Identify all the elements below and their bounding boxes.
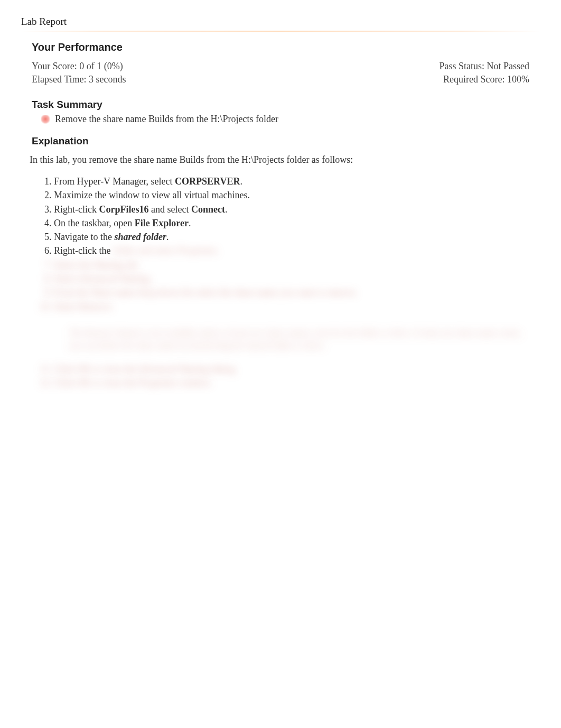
content-area: Your Performance Your Score: 0 of 1 (0%)… [21,41,540,389]
steps-list: From Hyper-V Manager, select CORPSERVER.… [54,175,529,313]
step-text: From Hyper-V Manager, select [54,176,175,187]
performance-block: Your Score: 0 of 1 (0%) Pass Status: Not… [32,61,529,85]
step-4: On the taskbar, open File Explorer. [54,217,529,229]
step-suffix: . [189,218,191,228]
explanation-intro: In this lab, you remove the share name B… [30,154,529,165]
step-bolditalic: shared folder [114,232,166,242]
elapsed-time-label: Elapsed Time: 3 seconds [32,74,126,85]
step-text: Navigate to the [54,232,114,242]
score-label: Your Score: 0 of 1 (0%) [32,61,123,72]
page-title: Lab Report [21,16,540,27]
step-7-blurred: Select the Sharing tab. [54,259,529,271]
step-3: Right-click CorpFiles16 and select Conne… [54,203,529,216]
task-text: Remove the share name Builds from the H:… [55,114,278,125]
step-bold: CorpFiles16 [99,204,148,215]
step-suffix: . [240,176,242,187]
step-10-blurred: Select Remove. [54,300,529,313]
step-bold: File Explorer [135,218,189,228]
required-score-label: Required Score: 100% [443,74,529,85]
note-blurred: The Remove button is not available unles… [69,324,529,355]
step-text: On the taskbar, open [54,218,135,228]
divider [21,31,540,32]
blurred-text: folder and select Properties. [113,245,219,256]
lab-report-page: Lab Report Your Performance Your Score: … [0,0,561,411]
step-mid: and select [148,204,191,215]
perf-row-1: Your Score: 0 of 1 (0%) Pass Status: Not… [32,61,529,72]
step-8-blurred: Select Advanced Sharing. [54,272,529,285]
step-bold2: Connect [191,204,225,215]
fail-status-icon [41,115,50,124]
step-12-blurred: Click OK to close the Properties window. [54,376,529,389]
task-item: Remove the share name Builds from the H:… [32,114,529,125]
step-6: Right-click the folder and select Proper… [54,244,529,257]
performance-heading: Your Performance [32,41,529,53]
steps-list-2: Click OK to close the Advanced Sharing d… [54,363,529,390]
explanation-heading: Explanation [32,135,529,147]
step-1: From Hyper-V Manager, select CORPSERVER. [54,175,529,188]
step-text: Maximize the window to view all virtual … [54,190,250,200]
perf-row-2: Elapsed Time: 3 seconds Required Score: … [32,74,529,85]
task-summary-heading: Task Summary [32,99,529,110]
step-suffix: . [166,232,169,242]
pass-status-label: Pass Status: Not Passed [439,61,529,72]
step-2: Maximize the window to view all virtual … [54,189,529,201]
step-bold: CORPSERVER [175,176,240,187]
step-11-blurred: Click OK to close the Advanced Sharing d… [54,363,529,375]
step-text: Right-click the [54,245,113,256]
step-suffix: . [225,204,228,215]
step-9-blurred: From the Share name drop-down list selec… [54,286,529,299]
step-text: Right-click [54,204,99,215]
step-5: Navigate to the shared folder. [54,231,529,243]
